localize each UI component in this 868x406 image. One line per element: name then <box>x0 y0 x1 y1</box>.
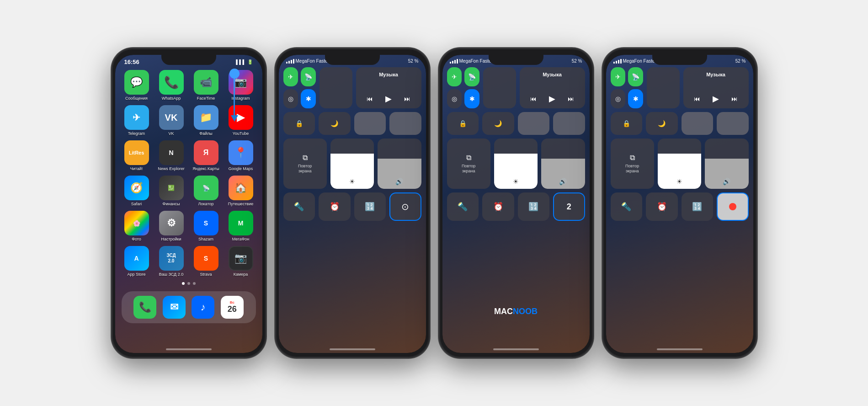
app-gmaps[interactable]: 📍 Google Maps <box>226 140 256 171</box>
app-news[interactable]: N News Explorer <box>156 140 186 171</box>
rotation-lock-4[interactable]: 🔒 <box>611 112 643 135</box>
dock-calendar[interactable]: Вс 26 <box>221 296 244 319</box>
cc-top-2: ✈ 📡 ◎ ✱ Музыка ⏮ ▶ ⏭ <box>283 67 421 108</box>
yandex-label: Яндекс.Карты <box>192 166 219 171</box>
airplane-btn-2[interactable]: ✈ <box>283 67 298 86</box>
vk-icon: VK <box>159 105 184 130</box>
app-safari[interactable]: 🧭 Safari <box>122 176 152 206</box>
timer-btn-2[interactable]: ⏰ <box>319 192 351 221</box>
timer-btn-4[interactable]: ⏰ <box>646 192 678 221</box>
prev-btn-2[interactable]: ⏮ <box>367 95 373 102</box>
app-facetime[interactable]: 📹 FaceTime <box>191 70 221 101</box>
dock-phone-icon: 📞 <box>133 296 156 319</box>
dot-3 <box>193 282 196 285</box>
vk-label: VK <box>168 131 174 136</box>
cellular-toggle-3[interactable]: ◎ <box>447 89 462 108</box>
next-btn-3[interactable]: ⏭ <box>568 95 574 102</box>
bluetooth-toggle-2[interactable]: ✱ <box>301 89 316 108</box>
screen-mirror-2[interactable]: ⧉ Повторэкрана <box>283 139 327 189</box>
app-litres[interactable]: LitRes Читай! <box>122 140 152 171</box>
wifi-toggle-4[interactable]: 📡 <box>628 67 643 86</box>
calculator-btn-3[interactable]: 🔢 <box>518 192 550 221</box>
airplane-btn-4[interactable]: ✈ <box>611 67 626 86</box>
play-btn-4[interactable]: ▶ <box>713 94 719 104</box>
dock-phone[interactable]: 📞 <box>133 296 156 319</box>
vsd-icon: ЗСД2.0 <box>159 246 184 271</box>
app-travel[interactable]: 🏠 Путешествие <box>226 176 256 206</box>
screen-mirror-3[interactable]: ⧉ Повторэкрана <box>447 139 490 189</box>
app-messages[interactable]: 💬 Сообщения <box>122 70 152 101</box>
rotation-lock-2[interactable]: 🔒 <box>283 112 315 135</box>
app-finance[interactable]: 💹 Финансы <box>156 176 186 206</box>
app-whatsapp[interactable]: 📞 WhatsApp <box>156 70 186 101</box>
app-strava[interactable]: S Strava <box>191 246 221 277</box>
volume-slider-4[interactable]: 🔊 <box>705 139 748 189</box>
dock-mail[interactable]: ✉ <box>163 296 186 319</box>
app-appstore[interactable]: A App Store <box>122 246 152 277</box>
next-btn-4[interactable]: ⏭ <box>731 95 738 102</box>
app-vk[interactable]: VK VK <box>156 105 186 136</box>
app-files[interactable]: 📁 Файлы <box>191 105 221 136</box>
wifi-toggle-2[interactable]: 📡 <box>301 67 316 86</box>
shazam-label: Shazam <box>198 237 213 241</box>
rotation-lock-3[interactable]: 🔒 <box>447 112 479 135</box>
timer-btn-3[interactable]: ⏰ <box>482 192 514 221</box>
app-camera[interactable]: 📷 Камера <box>226 246 256 277</box>
wifi-toggle-3[interactable]: 📡 <box>464 67 479 86</box>
play-btn-2[interactable]: ▶ <box>385 94 392 104</box>
prev-btn-4[interactable]: ⏮ <box>694 95 700 102</box>
volume-icon-3: 🔊 <box>559 178 567 185</box>
brightness-slider-3[interactable]: ☀ <box>494 139 538 189</box>
app-yandex[interactable]: Я Яндекс.Карты <box>191 140 221 171</box>
app-megafon[interactable]: M МегаФон <box>226 211 256 241</box>
page-dots <box>115 279 262 288</box>
airplane-btn-3[interactable]: ✈ <box>447 67 462 86</box>
screen-mirror-4[interactable]: ⧉ Повторэкрана <box>611 139 654 189</box>
music-controls-2: ⏮ ▶ ⏭ <box>361 94 417 104</box>
watermark: MACNOOB <box>442 307 590 316</box>
facetime-icon: 📹 <box>194 70 218 95</box>
app-vsd[interactable]: ЗСД2.0 Ваш ЗСД 2.0 <box>156 246 186 277</box>
battery-3: 52 % <box>572 59 582 64</box>
appstore-icon: A <box>124 246 149 271</box>
brightness-slider-2[interactable]: ☀ <box>330 139 374 189</box>
cellular-toggle-2[interactable]: ◎ <box>283 89 298 108</box>
prev-btn-3[interactable]: ⏮ <box>530 95 537 102</box>
dnd-btn-4[interactable]: 🌙 <box>646 112 678 135</box>
cc-sliders-3: ⧉ Повторэкрана ☀ 🔊 <box>447 139 585 189</box>
app-telegram[interactable]: ✈ Telegram <box>122 105 152 136</box>
app-locator[interactable]: 📡 Локатор <box>191 176 221 206</box>
signal-icon: ▌▌▌ <box>236 59 245 64</box>
flashlight-btn-4[interactable]: 🔦 <box>611 192 643 221</box>
screen-record-btn-2[interactable]: ⊙ <box>389 192 421 221</box>
vsd-label: Ваш ЗСД 2.0 <box>159 272 183 277</box>
screen-record-active-btn[interactable] <box>717 192 749 221</box>
app-shazam[interactable]: S Shazam <box>191 211 221 241</box>
play-btn-3[interactable]: ▶ <box>549 94 555 104</box>
dock-music[interactable]: ♪ <box>192 296 214 319</box>
flashlight-btn-3[interactable]: 🔦 <box>447 192 479 221</box>
flashlight-btn-2[interactable]: 🔦 <box>283 192 315 221</box>
signal-bars-3 <box>450 59 458 64</box>
cellular-toggle-4[interactable]: ◎ <box>611 89 626 108</box>
dnd-btn-2[interactable]: 🌙 <box>319 112 351 135</box>
cc-panel-2: ✈ 📡 ◎ ✱ Музыка ⏮ ▶ ⏭ <box>283 67 421 221</box>
dnd-btn-3[interactable]: 🌙 <box>482 112 514 135</box>
calculator-btn-4[interactable]: 🔢 <box>682 192 714 221</box>
volume-slider-2[interactable]: 🔊 <box>378 139 421 189</box>
signal-bars-2 <box>286 59 294 64</box>
app-photos[interactable]: 🌸 Фото <box>122 211 152 241</box>
bluetooth-toggle-4[interactable]: ✱ <box>628 89 643 108</box>
notch-2 <box>325 55 380 65</box>
camera-label: Камера <box>234 272 248 277</box>
app-settings[interactable]: ⚙ Настройки <box>156 211 186 241</box>
settings-label: Настройки <box>161 237 181 241</box>
slider-empty2-3 <box>553 112 585 135</box>
volume-slider-3[interactable]: 🔊 <box>541 139 585 189</box>
calculator-btn-2[interactable]: 🔢 <box>354 192 386 221</box>
brightness-slider-4[interactable]: ☀ <box>658 139 701 189</box>
next-btn-2[interactable]: ⏭ <box>404 95 410 102</box>
mirror-label-3: Повторэкрана <box>462 164 475 174</box>
screen-record-countdown-btn[interactable]: 2 <box>553 192 585 221</box>
bluetooth-toggle-3[interactable]: ✱ <box>464 89 479 108</box>
